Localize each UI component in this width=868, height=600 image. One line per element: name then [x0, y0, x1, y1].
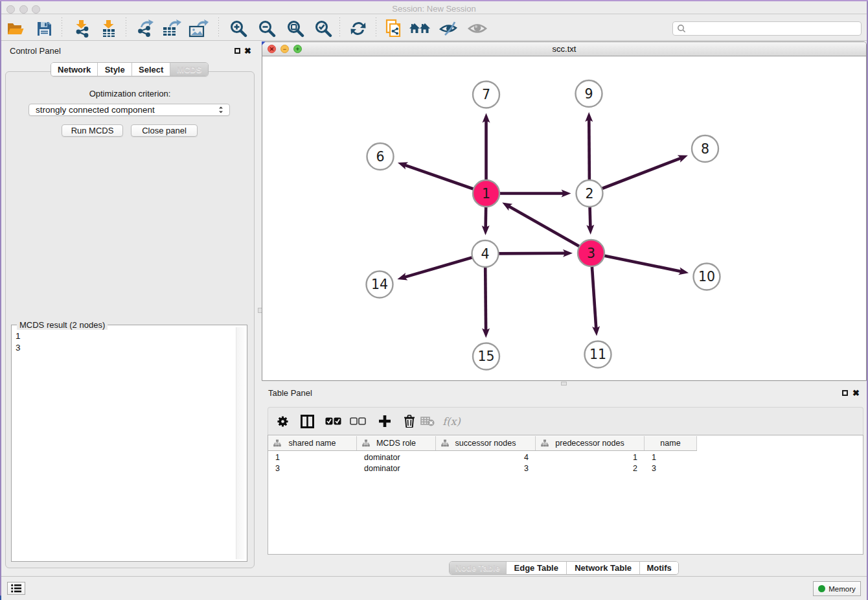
eye-slash-icon [439, 20, 459, 37]
export-image-icon [188, 19, 209, 38]
export-network-icon [135, 19, 155, 38]
cell-shared-name[interactable]: 3 [268, 463, 357, 474]
tab-style[interactable]: Style [98, 63, 132, 76]
hide-selected-button[interactable] [438, 17, 460, 40]
memory-button-label: Memory [828, 585, 856, 593]
svg-text:7: 7 [482, 87, 490, 102]
cell-name[interactable]: 3 [645, 463, 697, 474]
status-bar [1, 576, 867, 600]
tab-node-table[interactable]: Node Table [450, 562, 507, 574]
show-all-button[interactable] [466, 17, 488, 40]
export-network-button[interactable] [134, 17, 156, 40]
import-table-button[interactable] [98, 17, 120, 40]
table-panel-tabs: Node TableEdge TableNetwork TableMotifs [449, 561, 679, 575]
graph-node-4[interactable]: 4 [472, 240, 499, 267]
import-network-button[interactable] [71, 17, 93, 40]
cell-successor-nodes[interactable]: 3 [436, 463, 536, 474]
column-header-name[interactable]: name [645, 436, 697, 450]
table-row[interactable]: 1dominator411 [268, 452, 697, 463]
open-session-button[interactable] [5, 17, 27, 40]
tab-network-table[interactable]: Network Table [567, 562, 640, 574]
cell-successor-nodes[interactable]: 4 [436, 452, 536, 463]
zoom-in-button[interactable] [227, 17, 249, 40]
svg-text:15: 15 [477, 349, 494, 364]
svg-text:4: 4 [481, 246, 489, 262]
tab-select[interactable]: Select [132, 63, 171, 76]
search-box[interactable] [672, 21, 862, 36]
mcds-result-scrollbar[interactable] [236, 327, 245, 559]
column-header-MCDS-role[interactable]: MCDS role [357, 436, 436, 450]
mcds-result-textarea[interactable]: 1 3 [12, 326, 246, 560]
search-icon [677, 24, 686, 33]
graph-node-10[interactable]: 10 [694, 264, 720, 290]
table-panel-close-button[interactable]: ✖ [852, 390, 860, 397]
graph-node-3[interactable]: 3 [578, 240, 604, 266]
table-header-row: shared name MCDS role successor nodes pr… [268, 436, 697, 451]
tab-edge-table[interactable]: Edge Table [507, 562, 567, 574]
control-panel-close-button[interactable]: ✖ [244, 48, 251, 54]
cell-name[interactable]: 1 [645, 452, 697, 463]
graph-node-9[interactable]: 9 [576, 80, 602, 107]
folder-open-icon [6, 19, 25, 38]
delete-column-button[interactable] [400, 408, 419, 434]
table-row[interactable]: 3dominator323 [268, 463, 697, 474]
export-table-button[interactable] [161, 17, 183, 40]
window-border-left [0, 1, 1, 600]
graph-node-1[interactable]: 1 [473, 180, 499, 207]
eye-icon [467, 21, 488, 36]
table-options-button[interactable] [273, 408, 292, 434]
fx-icon: f(x) [442, 415, 460, 428]
duplicate-network-button[interactable] [383, 17, 405, 40]
graph-node-14[interactable]: 14 [367, 271, 393, 298]
network-canvas[interactable]: 1234678910111415 [262, 56, 866, 380]
zoom-fit-button[interactable] [284, 17, 306, 40]
memory-button[interactable]: Memory [813, 581, 861, 596]
save-session-button[interactable] [33, 17, 55, 40]
node-table: shared name MCDS role successor nodes pr… [268, 435, 863, 555]
optimization-criterion-select[interactable]: strongly connected component [29, 104, 230, 116]
search-input[interactable] [686, 23, 861, 34]
table-panel-float-button[interactable] [842, 390, 848, 396]
tab-motifs[interactable]: Motifs [640, 562, 678, 574]
trash-icon [404, 415, 415, 428]
cell-MCDS-role[interactable]: dominator [357, 463, 436, 474]
control-panel-float-button[interactable] [234, 48, 240, 54]
cell-shared-name[interactable]: 1 [268, 452, 357, 463]
org-chart-icon [541, 439, 549, 447]
export-image-button[interactable] [187, 17, 209, 40]
tab-network[interactable]: Network [51, 63, 98, 76]
unselect-all-button[interactable] [348, 408, 367, 434]
column-header-shared-name[interactable]: shared name [268, 436, 357, 450]
run-mcds-button[interactable]: Run MCDS [62, 124, 123, 137]
add-column-button[interactable] [375, 408, 394, 434]
show-columns-button[interactable] [297, 408, 317, 434]
select-all-button[interactable] [323, 408, 343, 434]
graph-node-6[interactable]: 6 [367, 143, 394, 170]
first-neighbors-button[interactable] [409, 17, 431, 40]
cell-predecessor-nodes[interactable]: 1 [536, 452, 645, 463]
graph-node-2[interactable]: 2 [577, 180, 603, 207]
svg-text:8: 8 [701, 141, 709, 157]
cell-predecessor-nodes[interactable]: 2 [536, 463, 645, 474]
zoom-out-button[interactable] [256, 17, 278, 40]
close-panel-button[interactable]: Close panel [131, 124, 198, 137]
graph-node-7[interactable]: 7 [473, 82, 499, 108]
apply-layout-button[interactable] [347, 17, 369, 40]
horizontal-splitter-handle[interactable] [561, 382, 567, 386]
toolbar-separator [218, 17, 219, 38]
column-header-predecessor-nodes[interactable]: predecessor nodes [536, 436, 645, 450]
svg-text:2: 2 [585, 186, 593, 202]
zoom-selected-button[interactable] [312, 17, 334, 40]
org-chart-icon [273, 439, 281, 447]
graph-node-15[interactable]: 15 [473, 343, 499, 370]
zoom-out-icon [258, 19, 276, 38]
column-header-successor-nodes[interactable]: successor nodes [436, 436, 536, 450]
panel-list-button[interactable] [7, 582, 25, 595]
export-table-icon [161, 19, 182, 38]
window-title: Session: New Session [1, 4, 867, 14]
cell-MCDS-role[interactable]: dominator [357, 452, 436, 463]
org-chart-icon [441, 439, 449, 447]
graph-node-11[interactable]: 11 [585, 341, 611, 368]
graph-node-8[interactable]: 8 [692, 135, 718, 162]
tab-mcds[interactable]: MCDS [170, 63, 208, 76]
